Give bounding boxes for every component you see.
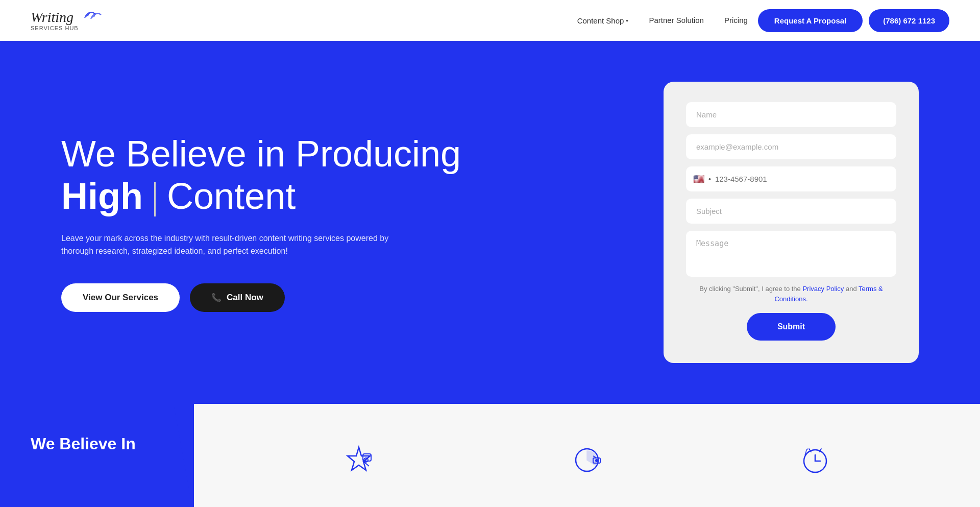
logo-text: Writing Services Hub	[31, 10, 79, 32]
name-input[interactable]	[686, 102, 896, 127]
service-icon-1	[341, 442, 377, 478]
icon-circle-3	[797, 442, 833, 478]
bottom-right	[194, 404, 980, 507]
nav-item-partner[interactable]: Partner Solution	[649, 16, 704, 25]
hero-title-rest: Content	[167, 176, 296, 216]
we-believe-in-heading: We Believe In	[31, 434, 163, 453]
icon-circle-2	[569, 442, 605, 478]
bottom-left: We Believe In	[0, 404, 194, 507]
phone-row: 🇺🇸 •	[686, 166, 896, 191]
hero-title-bold: High	[61, 176, 143, 216]
phone-icon: 📞	[211, 293, 222, 302]
time-icon	[800, 445, 830, 475]
nav-item-content-shop[interactable]: Content Shop ▾	[577, 16, 629, 25]
subject-input[interactable]	[686, 199, 896, 224]
view-services-button[interactable]: View Our Services	[61, 283, 180, 312]
form-legal-text: By clicking "Submit", I agree to the Pri…	[686, 284, 896, 304]
contact-form-card: 🇺🇸 • By clicking "Submit", I agree to th…	[664, 82, 919, 363]
analytics-icon	[572, 445, 602, 475]
nav-partner-link[interactable]: Partner Solution	[649, 16, 704, 25]
phone-button[interactable]: (786) 672 1123	[869, 9, 949, 32]
nav-pricing-link[interactable]: Pricing	[724, 16, 748, 25]
hero-title-line1: We Believe in Producing	[61, 133, 461, 174]
call-now-button[interactable]: 📞 Call Now	[190, 283, 285, 312]
logo-sub: Services Hub	[31, 25, 79, 31]
nav-item-pricing[interactable]: Pricing	[724, 16, 748, 25]
logo: Writing Services Hub	[31, 9, 102, 33]
flag-icon: 🇺🇸	[693, 174, 704, 185]
nav-content-shop-link[interactable]: Content Shop ▾	[577, 16, 629, 25]
navbar: Writing Services Hub Content Shop ▾ Part…	[0, 0, 980, 41]
message-textarea[interactable]	[686, 231, 896, 277]
svg-point-5	[596, 460, 598, 462]
submit-button[interactable]: Submit	[747, 313, 836, 341]
hero-title: We Believe in Producing High Content	[61, 133, 480, 218]
service-icon-2	[569, 442, 605, 478]
text-cursor	[154, 182, 156, 216]
request-proposal-button[interactable]: Request A Proposal	[758, 9, 863, 32]
hero-section: We Believe in Producing High Content Lea…	[0, 41, 980, 404]
quality-icon	[344, 445, 374, 475]
bottom-section: We Believe In	[0, 404, 980, 507]
nav-links: Content Shop ▾ Partner Solution Pricing	[577, 16, 748, 25]
privacy-policy-link[interactable]: Privacy Policy	[802, 285, 844, 293]
service-icon-3	[797, 442, 833, 478]
hero-content: We Believe in Producing High Content Lea…	[61, 133, 480, 312]
chevron-down-icon: ▾	[626, 18, 628, 23]
phone-input[interactable]	[715, 166, 889, 191]
logo-bird-icon	[81, 9, 102, 29]
hero-buttons: View Our Services 📞 Call Now	[61, 283, 480, 312]
country-code: •	[708, 175, 711, 183]
logo-script: Writing	[31, 10, 79, 26]
call-now-label: Call Now	[227, 293, 263, 303]
icon-circle-1	[341, 442, 377, 478]
svg-marker-0	[348, 447, 370, 470]
hero-subtitle: Leave your mark across the industry with…	[61, 232, 408, 258]
email-input[interactable]	[686, 134, 896, 159]
